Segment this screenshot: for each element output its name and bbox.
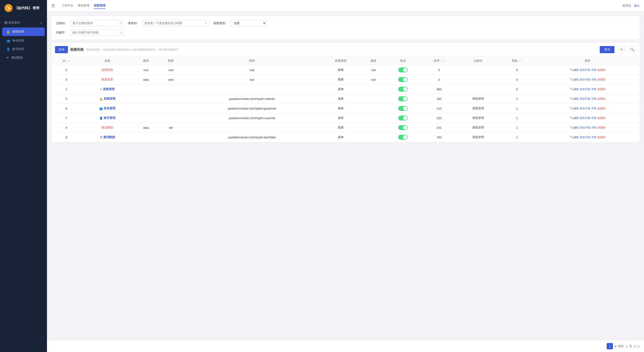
hamburger-icon[interactable]: ☰ <box>52 3 55 8</box>
delete-link[interactable]: 🗑删除 <box>598 68 606 72</box>
page-1-button[interactable]: 1 <box>607 343 613 349</box>
status-toggle[interactable] <box>398 96 408 101</box>
status-toggle[interactable] <box>398 77 408 82</box>
topnav-link-权限管理[interactable]: 权限管理 <box>94 3 106 9</box>
status-toggle[interactable] <box>398 135 408 140</box>
add-child-link[interactable]: 添加子集 <box>580 126 590 130</box>
logout-link[interactable]: 退出 <box>634 4 640 8</box>
cell-perm <box>158 113 183 123</box>
topnav: ☰ 工作平台角色管理权限管理 管理员 退出 <box>47 0 644 12</box>
add-child-link[interactable]: 添加子集 <box>580 87 590 91</box>
cell-status <box>386 132 420 142</box>
query-button[interactable]: 查询 <box>600 46 614 53</box>
status-toggle[interactable] <box>398 125 408 130</box>
name-cell[interactable]: ≡ 系统管理 <box>83 87 132 91</box>
cell-name: 数据查看 <box>82 75 134 84</box>
table-subtitle: 数据的描述，在Class的注释的后部分,名称为数据的前部分，他们用空格隔开！ <box>87 48 180 52</box>
edit-link[interactable]: ✏️编辑 <box>570 87 579 91</box>
cell-status <box>386 94 420 104</box>
detail-link[interactable]: 详情 <box>591 97 596 101</box>
name-cell[interactable]: 👤 账号管理 <box>83 116 132 120</box>
cell-id: 7 <box>52 113 82 123</box>
sidebar-item-roles[interactable]: 👥角色管理 <box>0 36 47 45</box>
add-child-link[interactable]: 添加子集 <box>580 107 590 110</box>
add-button[interactable]: 新增 <box>55 46 68 53</box>
delete-link[interactable]: 🗑删除 <box>598 97 606 101</box>
add-child-link[interactable]: 添加子集 <box>580 68 590 72</box>
search-icon-button[interactable]: 🔍 <box>629 46 636 53</box>
topnav-link-工作平台[interactable]: 工作平台 <box>62 3 73 9</box>
cell-id: 1 <box>52 84 82 94</box>
status-toggle[interactable] <box>398 87 408 92</box>
table-body: 2 超级权限 root root null 权限 null 0 0 ✏️编辑 添… <box>52 65 640 142</box>
delete-link[interactable]: 🗑删除 <box>598 116 606 120</box>
cell-parent-id: 系统管理 <box>458 123 498 132</box>
status-toggle[interactable] <box>398 67 408 72</box>
detail-link[interactable]: 详情 <box>591 126 596 130</box>
cell-path: pasteform/index.html?path=userInfo <box>183 113 321 123</box>
action-links: ✏️编辑 添加子集 详情 🗑删除 <box>538 116 638 120</box>
cell-parent-id: 系统管理 <box>458 113 498 123</box>
page-label: 页 <box>629 344 632 348</box>
sidebar-item-accounts[interactable]: 👤账号管理 <box>0 45 47 53</box>
parent-id-input[interactable] <box>70 20 124 26</box>
delete-link[interactable]: 🗑删除 <box>598 87 606 91</box>
add-child-link[interactable]: 添加子集 <box>580 116 590 120</box>
edit-link[interactable]: ✏️编辑 <box>570 126 579 130</box>
edit-link[interactable]: ✏️编辑 <box>570 68 579 72</box>
sort-sort-icons[interactable]: ▲▼ <box>441 60 444 62</box>
add-child-link[interactable]: 添加子集 <box>580 97 590 101</box>
name-prefix-icon: 🔒 <box>99 97 103 101</box>
name-cell[interactable]: 超级权限 <box>102 68 113 71</box>
action-links: ✏️编辑 添加子集 详情 🗑删除 <box>538 78 638 82</box>
cell-perm-type: 菜单 <box>321 84 361 94</box>
parent-id-clear-icon[interactable]: ✕ <box>119 21 122 25</box>
cell-desc: null <box>361 75 386 84</box>
col-desc: 描述 <box>361 56 386 65</box>
edit-link[interactable]: ✏️编辑 <box>570 116 579 120</box>
topnav-link-角色管理[interactable]: 角色管理 <box>78 3 90 9</box>
cell-parent-id: 系统管理 <box>458 94 498 104</box>
detail-link[interactable]: 详情 <box>591 107 596 110</box>
sidebar-group-label: ☰ 系统管理 <box>4 21 20 25</box>
detail-link[interactable]: 详情 <box>591 87 596 91</box>
delete-link[interactable]: 🗑删除 <box>598 126 606 130</box>
name-cell[interactable]: 👥 角色管理 <box>83 106 132 110</box>
detail-link[interactable]: 详情 <box>591 78 596 82</box>
level-sort-icons[interactable]: ▲▼ <box>519 60 522 62</box>
role-id-input[interactable] <box>142 20 209 26</box>
edit-link[interactable]: ✏️编辑 <box>570 135 579 139</box>
sidebar-item-permissions[interactable]: 🔒权限管理 <box>2 27 45 36</box>
name-cell[interactable]: 数据查看 <box>102 78 113 81</box>
keyword-input[interactable] <box>70 29 124 36</box>
status-toggle[interactable] <box>398 106 408 111</box>
delete-link[interactable]: 🗑删除 <box>598 135 606 139</box>
keyword-input-wrap: ✕ <box>70 29 124 36</box>
topnav-right: 管理员 退出 <box>622 4 640 8</box>
col-actions: 操作 <box>536 56 640 65</box>
add-child-link[interactable]: 添加子集 <box>580 135 590 139</box>
name-cell[interactable]: 🔒 权限管理 <box>83 97 132 101</box>
edit-link[interactable]: ✏️编辑 <box>570 97 579 101</box>
role-id-clear-icon[interactable]: ✕ <box>204 21 207 25</box>
name-cell[interactable]: ✕ 测试数据 <box>83 135 132 139</box>
keyword-clear-icon[interactable]: ✕ <box>119 31 122 34</box>
delete-link[interactable]: 🗑删除 <box>598 78 606 82</box>
detail-link[interactable]: 详情 <box>591 135 596 139</box>
edit-link[interactable]: ✏️编辑 <box>570 78 579 82</box>
perm-type-select[interactable]: 全部权限菜单 <box>230 20 266 26</box>
edit-link[interactable]: ✏️编辑 <box>570 107 579 110</box>
refresh-button[interactable]: ↻ <box>618 46 625 53</box>
cell-perm-type: 菜单 <box>321 94 361 104</box>
id-sort-icons[interactable]: ▲▼ <box>67 60 70 62</box>
detail-link[interactable]: 详情 <box>591 68 596 72</box>
cell-perm <box>158 132 183 142</box>
sidebar-group-header[interactable]: ☰ 系统管理 ∧ <box>0 18 47 27</box>
col-sort: 排序 ▲▼ <box>420 56 458 65</box>
detail-link[interactable]: 详情 <box>591 116 596 120</box>
status-toggle[interactable] <box>398 116 408 120</box>
name-cell[interactable]: 数据删除 <box>102 126 113 129</box>
sidebar-item-test[interactable]: ✕测试数据 <box>0 53 47 62</box>
add-child-link[interactable]: 添加子集 <box>580 78 590 82</box>
delete-link[interactable]: 🗑删除 <box>598 107 606 110</box>
